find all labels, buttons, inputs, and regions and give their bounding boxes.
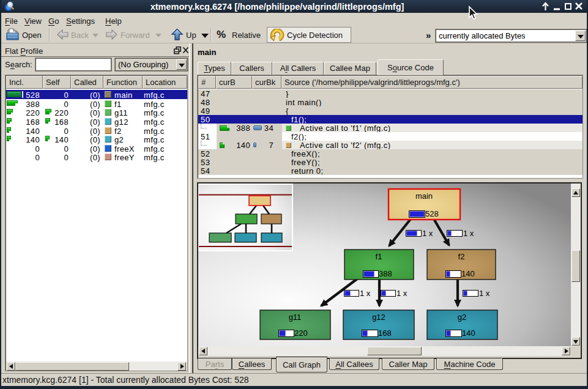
svg-text:f2: f2 bbox=[458, 252, 465, 261]
svg-text:388: 388 bbox=[379, 269, 392, 278]
svg-text:528: 528 bbox=[425, 209, 439, 218]
svg-text:g11: g11 bbox=[289, 313, 302, 322]
svg-text:1 x: 1 x bbox=[479, 289, 490, 298]
svg-text:140: 140 bbox=[461, 269, 475, 278]
svg-text:220: 220 bbox=[294, 328, 308, 338]
svg-text:main: main bbox=[415, 191, 433, 201]
svg-text:1 x: 1 x bbox=[463, 229, 474, 238]
svg-text:f1: f1 bbox=[376, 252, 382, 261]
svg-text:1 x: 1 x bbox=[422, 229, 433, 238]
svg-text:g12: g12 bbox=[372, 313, 385, 322]
svg-text:g2: g2 bbox=[458, 313, 466, 322]
svg-text:1 x: 1 x bbox=[360, 289, 371, 298]
svg-text:1 x: 1 x bbox=[396, 289, 408, 298]
svg-text:140: 140 bbox=[462, 328, 475, 338]
svg-text:168: 168 bbox=[378, 328, 392, 338]
